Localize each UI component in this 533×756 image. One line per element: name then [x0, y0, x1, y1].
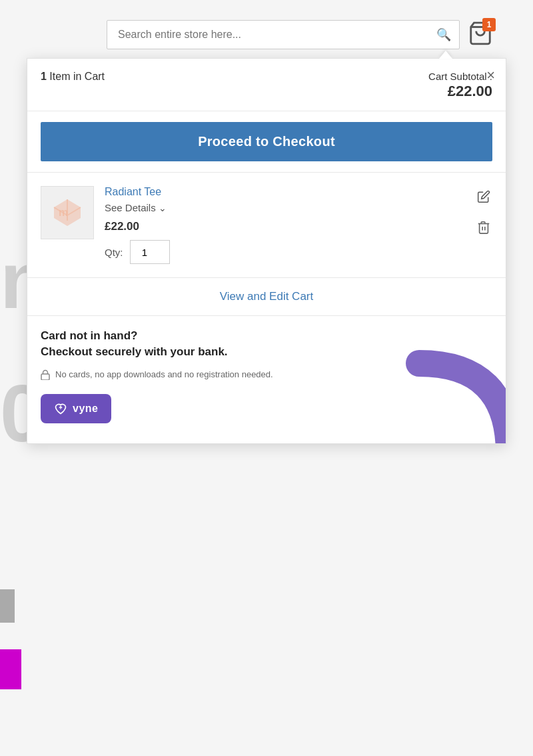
close-button[interactable]: ×	[484, 65, 498, 85]
cart-dropdown-panel: × 1 Item in Cart Cart Subtotal : £22.00 …	[27, 58, 506, 444]
vyne-button[interactable]: vyne	[41, 394, 111, 423]
cart-count: 1 Item in Cart	[41, 71, 105, 83]
vyne-description-text: No cards, no app downloads and no regist…	[55, 368, 273, 381]
product-image: m	[41, 186, 94, 239]
delete-item-button[interactable]	[475, 219, 492, 239]
search-input[interactable]	[107, 29, 459, 41]
bg-sidebar	[0, 589, 15, 623]
cart-subtotal-amount: £22.00	[428, 83, 492, 100]
svg-text:m: m	[59, 207, 68, 218]
search-icon: 🔍	[436, 27, 451, 42]
checkout-button-wrapper: Proceed to Checkout	[27, 111, 506, 173]
cart-item-label-text: Item in Cart	[49, 71, 105, 82]
cart-badge: 1	[482, 18, 496, 31]
qty-label: Qty:	[105, 247, 123, 258]
trash-icon	[476, 220, 491, 235]
view-edit-cart-section: View and Edit Cart	[27, 278, 506, 316]
search-input-wrapper: 🔍	[107, 20, 460, 49]
lock-icon	[41, 369, 50, 382]
cart-subtotal: Cart Subtotal : £22.00	[428, 71, 492, 100]
product-name-link[interactable]: Radiant Tee	[105, 186, 464, 198]
cart-icon-wrapper[interactable]: 1	[468, 21, 493, 49]
vyne-section: Card not in hand? Checkout securely with…	[27, 316, 506, 443]
cart-header: 1 Item in Cart Cart Subtotal : £22.00	[27, 59, 506, 111]
vyne-decorative-arc	[406, 350, 506, 443]
cart-item: m Radiant Tee See Details ⌄ £22.00 Qty:	[27, 173, 506, 278]
product-price: £22.00	[105, 220, 464, 233]
search-bar-area: 🔍 1	[107, 20, 493, 49]
bg-magenta-bar	[0, 649, 21, 689]
vyne-heart-icon	[54, 402, 67, 415]
product-details: Radiant Tee See Details ⌄ £22.00 Qty:	[105, 186, 464, 264]
vyne-logo-text: vyne	[73, 403, 98, 415]
dropdown-arrow	[439, 51, 452, 59]
svg-rect-4	[41, 374, 49, 380]
chevron-down-icon: ⌄	[159, 203, 167, 213]
edit-icon	[477, 190, 490, 203]
qty-row: Qty:	[105, 240, 464, 264]
see-details-toggle[interactable]: See Details ⌄	[105, 202, 464, 213]
see-details-label: See Details	[105, 202, 156, 213]
vyne-headline1: Card not in hand?	[41, 329, 492, 343]
view-edit-cart-link[interactable]: View and Edit Cart	[220, 290, 313, 303]
qty-input[interactable]	[130, 240, 170, 264]
item-actions	[475, 186, 492, 239]
proceed-to-checkout-button[interactable]: Proceed to Checkout	[41, 122, 492, 161]
cart-subtotal-label: Cart Subtotal :	[428, 71, 492, 82]
magento-logo: m	[51, 196, 84, 229]
edit-item-button[interactable]	[476, 189, 492, 208]
cart-item-number: 1	[41, 71, 47, 82]
